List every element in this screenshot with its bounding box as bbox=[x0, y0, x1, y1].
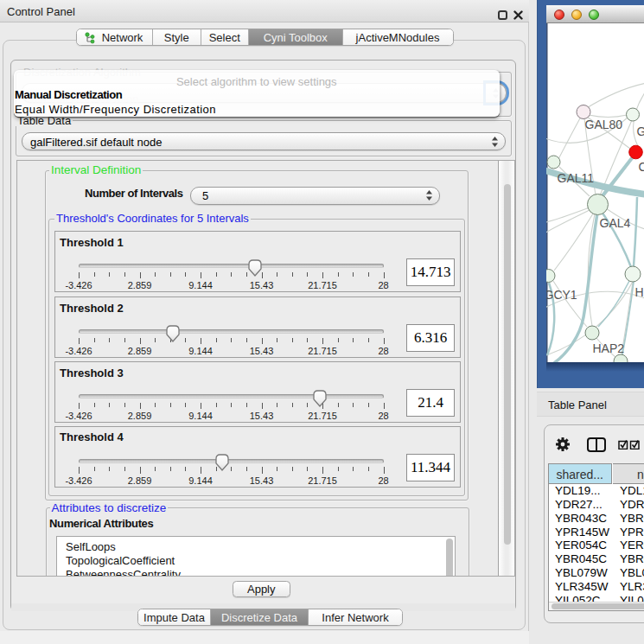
svg-text:H: H bbox=[634, 285, 643, 299]
svg-text:HAP2: HAP2 bbox=[592, 341, 624, 355]
svg-text:GAL4: GAL4 bbox=[599, 216, 630, 230]
svg-text:GA: GA bbox=[636, 124, 644, 138]
svg-text:GCY1: GCY1 bbox=[546, 288, 577, 302]
svg-text:GAL11: GAL11 bbox=[557, 171, 594, 185]
svg-text:GAL80: GAL80 bbox=[584, 118, 622, 131]
svg-text:C: C bbox=[638, 160, 644, 174]
